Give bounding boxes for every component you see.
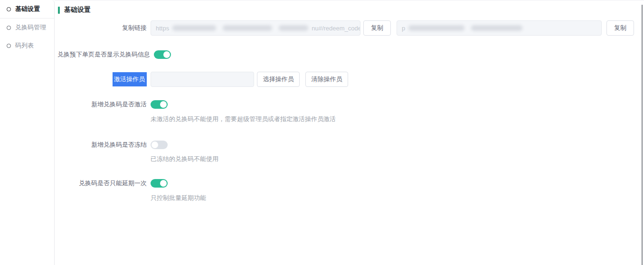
page-title: 基础设置	[64, 6, 91, 14]
redacted-text	[223, 25, 272, 31]
copy-link-label: 复制链接	[57, 24, 151, 32]
activate-operator-row: 激活操作员 选择操作员 清除操作员	[57, 72, 637, 87]
selected-label-highlight: 激活操作员	[113, 72, 147, 86]
show-code-info-toggle[interactable]	[154, 50, 171, 59]
radio-circle-icon	[7, 26, 11, 30]
secondary-prefix-text: p	[402, 25, 405, 32]
sidebar-item-label: 基础设置	[15, 5, 40, 13]
settings-sidebar: 基础设置 兑换码管理 码列表	[0, 0, 55, 265]
activate-operator-input[interactable]	[151, 72, 254, 87]
sidebar-item-label: 兑换码管理	[15, 23, 46, 32]
redacted-text	[408, 25, 464, 31]
url-suffix-text: nu#/redeem_code_list?i=11	[312, 25, 360, 32]
activate-operator-label: 激活操作员	[57, 72, 151, 86]
sidebar-item-code-list[interactable]: 码列表	[0, 37, 54, 55]
copy-link-secondary-input[interactable]: p	[397, 20, 602, 36]
section-title: 基础设置	[58, 6, 637, 14]
sidebar-item-redeem-code-management[interactable]: 兑换码管理	[0, 19, 54, 37]
clear-operator-button[interactable]: 清除操作员	[305, 72, 348, 87]
radio-circle-icon	[7, 44, 11, 48]
redacted-text	[471, 25, 522, 31]
new-code-activate-toggle[interactable]	[151, 100, 168, 109]
radio-circle-icon	[7, 7, 11, 11]
new-code-activate-label: 新增兑换码是否激活	[57, 100, 151, 109]
show-code-info-label: 兑换预下单页是否显示兑换码信息	[57, 50, 154, 59]
extend-once-toggle[interactable]	[151, 179, 168, 188]
copy-link-url-input[interactable]: https nu#/redeem_code_list?i=11	[151, 20, 360, 36]
toggle-knob	[163, 51, 170, 58]
redacted-text	[172, 25, 216, 31]
url-prefix-text: https	[156, 25, 169, 32]
new-code-freeze-label: 新增兑换码是否冻结	[57, 141, 151, 149]
redacted-text	[279, 25, 308, 31]
toggle-knob	[152, 142, 158, 148]
copy-button-2[interactable]: 复制	[606, 20, 634, 36]
new-code-freeze-row: 新增兑换码是否冻结	[57, 141, 637, 149]
new-code-activate-row: 新增兑换码是否激活	[57, 100, 637, 109]
select-operator-button[interactable]: 选择操作员	[257, 72, 300, 87]
new-code-freeze-toggle[interactable]	[151, 141, 168, 149]
copy-link-row: 复制链接 https nu#/redeem_code_list?i=11 复制 …	[57, 20, 637, 36]
sidebar-item-label: 码列表	[15, 41, 34, 50]
toggle-knob	[160, 180, 167, 187]
toggle-knob	[160, 101, 167, 108]
new-code-activate-helper: 未激活的兑换码不能使用，需要超级管理员或者指定激活操作员激活	[151, 115, 637, 123]
scrollbar[interactable]	[642, 5, 643, 265]
basic-settings-panel: 基础设置 复制链接 https nu#/redeem_code_list?i=1…	[55, 0, 644, 265]
extend-once-helper: 只控制批量延期功能	[151, 194, 637, 202]
show-code-info-row: 兑换预下单页是否显示兑换码信息	[57, 50, 637, 59]
extend-once-row: 兑换码是否只能延期一次	[57, 179, 637, 188]
copy-button[interactable]: 复制	[363, 20, 391, 36]
title-accent-bar	[58, 7, 60, 14]
sidebar-item-basic-settings[interactable]: 基础设置	[0, 0, 54, 19]
extend-once-label: 兑换码是否只能延期一次	[57, 179, 151, 188]
new-code-freeze-helper: 已冻结的兑换码不能使用	[151, 155, 637, 163]
